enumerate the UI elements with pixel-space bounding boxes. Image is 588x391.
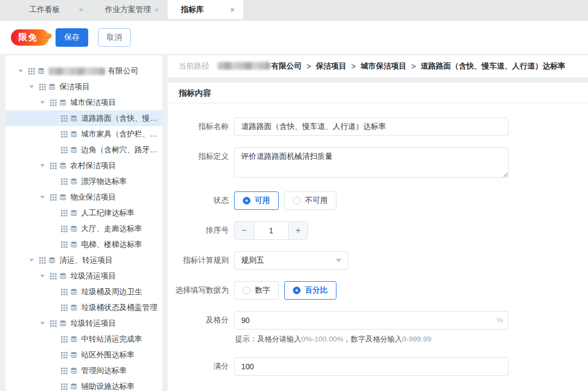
- tree-item[interactable]: 垃圾转运项目: [5, 315, 162, 331]
- grid-icon: [50, 194, 59, 201]
- indicator-name-label: 指标名称: [168, 117, 229, 136]
- sidebar-tree: 有限公司保洁项目城市保洁项目道路路面（含快、慢车...城市家具（含护栏、果...…: [5, 55, 162, 391]
- layers-icon: [70, 115, 79, 122]
- breadcrumb: 当前路径 有限公司 > 保洁项目 > 城市保洁项目 > 道路路面（含快、慢车道、…: [168, 55, 588, 77]
- pass-score-input[interactable]: [234, 311, 509, 330]
- expand-arrow-icon[interactable]: [40, 196, 50, 198]
- tree-item-label: 中转站清运完成率: [81, 334, 142, 344]
- breadcrumb-separator: >: [307, 62, 311, 71]
- radio-unchecked-icon: [243, 287, 250, 294]
- tree-item[interactable]: 电梯、楼梯达标率: [5, 237, 162, 252]
- tree-item[interactable]: 站区外围达标率: [5, 347, 162, 363]
- data-type-option-number[interactable]: 数字: [234, 281, 279, 300]
- grid-icon: [50, 320, 59, 327]
- tree-item-label: 垃圾桶及周边卫生: [81, 287, 142, 297]
- close-icon[interactable]: ×: [154, 5, 160, 15]
- breadcrumb-item[interactable]: 保洁项目: [316, 61, 346, 71]
- tree-item[interactable]: 道路路面（含快、慢车...: [5, 110, 162, 126]
- grid-icon: [50, 163, 59, 169]
- close-icon[interactable]: ×: [229, 5, 236, 15]
- grid-icon: [61, 115, 70, 122]
- cancel-button[interactable]: 取消: [98, 28, 131, 47]
- expand-arrow-icon[interactable]: [29, 85, 39, 88]
- promo-badge: 限免: [11, 29, 49, 46]
- tree-item[interactable]: 垃圾桶状态及桶盖管理: [5, 300, 162, 315]
- toolbar: 限免 保存 取消: [0, 21, 588, 54]
- expand-arrow-icon[interactable]: [29, 259, 39, 262]
- data-type-option-percent[interactable]: 百分比: [284, 281, 336, 300]
- content-area: 有限公司保洁项目城市保洁项目道路路面（含快、慢车...城市家具（含护栏、果...…: [0, 55, 588, 391]
- layers-icon: [70, 209, 79, 216]
- tree-item[interactable]: 物业保洁项目: [5, 189, 162, 205]
- tree-item[interactable]: 城市保洁项目: [5, 95, 162, 110]
- tree-item[interactable]: 农村保洁项目: [5, 158, 162, 173]
- tab-2[interactable]: 指标库×: [168, 0, 243, 19]
- stepper-increase-button[interactable]: +: [288, 222, 308, 239]
- expand-arrow-icon[interactable]: [40, 322, 50, 325]
- tree-item[interactable]: 人工纪律达标率: [5, 205, 162, 221]
- select-value: 规则五: [241, 256, 264, 265]
- tree-item-label: 漂浮物达标率: [81, 177, 127, 187]
- tab-label: 工作看板: [29, 5, 60, 15]
- radio-label: 数字: [255, 286, 270, 295]
- grid-icon: [61, 131, 70, 138]
- percent-suffix: %: [497, 316, 503, 324]
- expand-arrow-icon[interactable]: [40, 164, 50, 167]
- save-button[interactable]: 保存: [56, 28, 88, 47]
- expand-arrow-icon[interactable]: [19, 70, 28, 72]
- breadcrumb-item[interactable]: 城市保洁项目: [360, 61, 406, 71]
- calc-rule-select[interactable]: 规则五: [234, 251, 348, 270]
- data-type-radio-group: 数字 百分比: [234, 281, 336, 300]
- sort-number-stepper: − 1 +: [234, 221, 308, 240]
- tab-0[interactable]: 工作看板×: [16, 0, 92, 19]
- layers-icon: [70, 288, 79, 295]
- tree-item[interactable]: 大厅、走廊达标率: [5, 221, 162, 237]
- tab-1[interactable]: 作业方案管理×: [92, 0, 168, 19]
- grid-icon: [61, 226, 70, 232]
- chevron-down-icon: [336, 259, 341, 262]
- full-score-label: 满分: [168, 357, 229, 376]
- tree-item-label: 垃圾清运项目: [70, 271, 116, 281]
- tree-item[interactable]: 边角（含树穴、路牙石...: [5, 142, 162, 158]
- full-score-input[interactable]: [234, 357, 509, 376]
- layers-icon: [70, 131, 79, 138]
- layers-icon: [70, 241, 79, 248]
- layers-icon: [59, 320, 69, 327]
- breadcrumb-item[interactable]: 道路路面（含快、慢车道、人行道）达标率: [421, 61, 566, 71]
- layers-icon: [48, 257, 58, 264]
- indicator-name-input[interactable]: [234, 117, 509, 136]
- breadcrumb-company[interactable]: 有限公司: [218, 61, 302, 71]
- tree-item[interactable]: 垃圾桶及周边卫生: [5, 284, 162, 300]
- status-label: 状态: [168, 191, 229, 210]
- stepper-value[interactable]: 1: [254, 222, 288, 239]
- grid-icon: [61, 147, 70, 153]
- indicator-definition-textarea[interactable]: 评价道路路面机械清扫质量: [234, 147, 509, 178]
- tree-item[interactable]: 保洁项目: [5, 79, 162, 95]
- status-radio-group: 可用 不可用: [234, 191, 336, 210]
- expand-arrow-icon[interactable]: [40, 275, 50, 277]
- tree-item[interactable]: 有限公司: [5, 63, 162, 79]
- layers-icon: [59, 272, 69, 280]
- tree-item-label: 保洁项目: [59, 82, 90, 92]
- close-icon[interactable]: ×: [78, 5, 84, 15]
- layers-icon: [59, 99, 69, 106]
- tree-item[interactable]: 城市家具（含护栏、果...: [5, 126, 162, 142]
- tree-item[interactable]: 清运、转运项目: [5, 252, 162, 268]
- tree-item[interactable]: 垃圾清运项目: [5, 268, 162, 284]
- expand-arrow-icon[interactable]: [40, 101, 50, 104]
- tree-item[interactable]: 管理间达标率: [5, 363, 162, 378]
- status-option-enabled[interactable]: 可用: [234, 191, 279, 210]
- tree-item-label: 道路路面（含快、慢车...: [81, 114, 162, 123]
- layers-icon: [38, 67, 47, 75]
- grid-icon: [61, 368, 70, 374]
- redacted-text: [218, 62, 270, 70]
- breadcrumb-separator: >: [351, 62, 356, 71]
- stepper-decrease-button[interactable]: −: [235, 222, 254, 239]
- tree-item-label: 城市家具（含护栏、果...: [81, 129, 162, 139]
- grid-icon: [61, 178, 70, 185]
- tree-item[interactable]: 漂浮物达标率: [5, 173, 162, 189]
- tree-item[interactable]: 辅助设施达标率: [5, 378, 162, 391]
- tree-item-label: 辅助设施达标率: [81, 382, 134, 391]
- tree-item[interactable]: 中转站清运完成率: [5, 331, 162, 347]
- status-option-disabled[interactable]: 不可用: [284, 191, 336, 210]
